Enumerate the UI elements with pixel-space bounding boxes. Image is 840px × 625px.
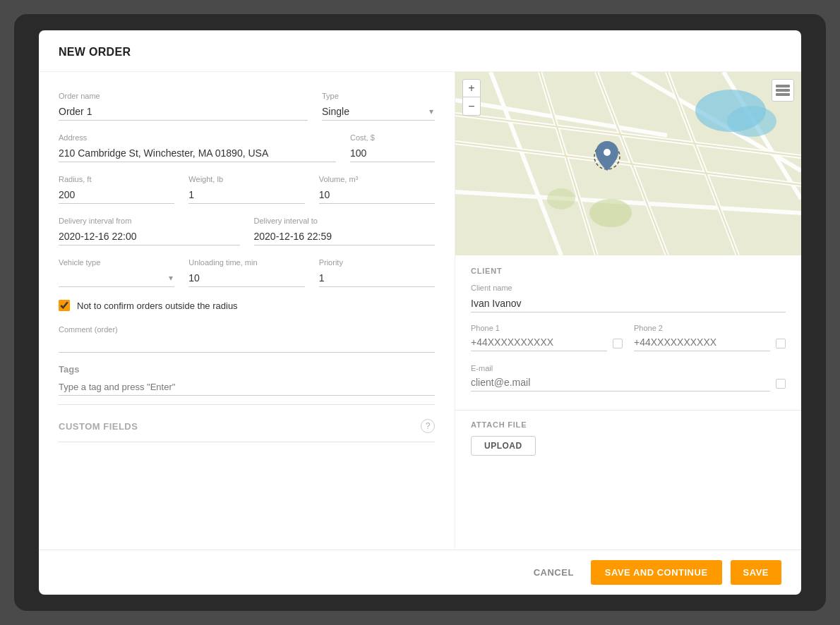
email-input[interactable] — [471, 374, 770, 392]
group-type: Type Single Multi ▾ — [322, 92, 435, 121]
map-layers-button[interactable] — [772, 79, 794, 102]
cost-input[interactable] — [350, 145, 435, 162]
unloading-label: Unloading time, min — [188, 258, 304, 267]
comment-label: Comment (order) — [59, 325, 118, 334]
group-comment: Comment (order) — [59, 322, 435, 353]
group-weight: Weight, lb — [188, 175, 304, 204]
save-continue-button[interactable]: SAVE AND CONTINUE — [591, 560, 722, 585]
svg-rect-23 — [776, 89, 790, 92]
custom-fields-title: CUSTOM FIELDS — [59, 421, 138, 432]
svg-rect-22 — [776, 85, 790, 87]
group-address: Address — [59, 133, 336, 162]
phone1-input[interactable] — [471, 334, 607, 351]
vehicle-select-wrap: ▾ — [59, 269, 174, 287]
group-order-name: Order name — [59, 92, 308, 121]
vehicle-type-label: Vehicle type — [59, 258, 174, 267]
radius-label: Radius, ft — [59, 175, 174, 183]
client-section: CLIENT Client name Phone 1 — [455, 255, 801, 403]
modal-title: NEW ORDER — [39, 30, 801, 72]
delivery-from-input[interactable] — [59, 228, 240, 245]
attach-title: ATTACH FILE — [471, 411, 786, 429]
phone-row: Phone 1 Phone 2 — [471, 321, 786, 351]
left-panel: Order name Type Single Multi ▾ — [39, 72, 455, 550]
delivery-to-label: Delivery interval to — [254, 217, 436, 225]
group-delivery-from: Delivery interval from — [59, 217, 240, 245]
priority-input[interactable] — [319, 269, 435, 287]
device-frame: NEW ORDER Order name Type Single — [14, 14, 826, 611]
comment-input[interactable] — [59, 335, 435, 353]
modal-footer: CANCEL SAVE AND CONTINUE SAVE — [39, 550, 801, 595]
group-cost: Cost, $ — [350, 133, 435, 162]
phone1-checkbox[interactable] — [613, 339, 623, 348]
cancel-button[interactable]: CANCEL — [525, 562, 582, 583]
weight-label: Weight, lb — [188, 175, 304, 183]
phone2-label: Phone 2 — [634, 324, 663, 332]
svg-point-18 — [589, 199, 632, 227]
delivery-to-input[interactable] — [254, 228, 436, 245]
phone2-checkbox[interactable] — [776, 339, 786, 348]
phone1-input-wrap: Phone 1 — [471, 321, 607, 351]
email-checkbox[interactable] — [776, 379, 786, 389]
zoom-out-button[interactable]: − — [462, 97, 481, 116]
svg-point-17 — [727, 106, 776, 137]
modal-body: Order name Type Single Multi ▾ — [39, 72, 801, 550]
modal: NEW ORDER Order name Type Single — [39, 30, 801, 595]
svg-point-19 — [547, 188, 575, 210]
unloading-input[interactable] — [188, 269, 304, 287]
svg-point-21 — [604, 149, 611, 156]
weight-input[interactable] — [188, 186, 304, 204]
row-radius-weight-volume: Radius, ft Weight, lb Volume, m³ — [59, 175, 435, 204]
row-order-type: Order name Type Single Multi ▾ — [59, 92, 435, 121]
group-client-name: Client name — [471, 284, 786, 312]
zoom-in-button[interactable]: + — [462, 79, 481, 97]
map-svg — [455, 72, 801, 255]
vehicle-type-select[interactable] — [59, 269, 174, 286]
client-name-input[interactable] — [471, 295, 786, 312]
volume-label: Volume, m³ — [319, 175, 435, 183]
custom-fields-section: CUSTOM FIELDS ? — [59, 419, 435, 442]
group-radius: Radius, ft — [59, 175, 174, 204]
confirm-checkbox[interactable] — [59, 300, 70, 311]
delivery-from-label: Delivery interval from — [59, 217, 240, 225]
order-name-label: Order name — [59, 92, 308, 100]
attach-section: ATTACH FILE UPLOAD — [455, 410, 801, 467]
group-volume: Volume, m³ — [319, 175, 435, 204]
priority-label: Priority — [319, 258, 435, 267]
layers-icon — [776, 85, 790, 96]
radius-input[interactable] — [59, 186, 174, 204]
phone2-input[interactable] — [634, 334, 770, 351]
row-delivery-interval: Delivery interval from Delivery interval… — [59, 217, 435, 245]
row-vehicle-unloading-priority: Vehicle type ▾ Unloading time, min — [59, 258, 435, 287]
group-phone1: Phone 1 — [471, 321, 623, 351]
row-address-cost: Address Cost, $ — [59, 133, 435, 162]
group-priority: Priority — [319, 258, 435, 287]
group-unloading: Unloading time, min — [188, 258, 304, 287]
cost-label: Cost, $ — [350, 133, 435, 142]
save-button[interactable]: SAVE — [731, 560, 781, 585]
group-tags: Tags — [59, 364, 435, 396]
type-select-wrap: Single Multi ▾ — [322, 103, 435, 121]
order-name-input[interactable] — [59, 103, 308, 121]
email-label: E-mail — [471, 364, 493, 372]
group-delivery-to: Delivery interval to — [254, 217, 436, 245]
right-panel: + − CLIENT Client name — [455, 72, 801, 550]
group-phone2: Phone 2 — [634, 321, 786, 351]
client-section-title: CLIENT — [471, 267, 786, 275]
phone1-label: Phone 1 — [471, 324, 500, 332]
group-email: E-mail — [471, 361, 770, 392]
divider — [59, 404, 435, 405]
tags-label: Tags — [59, 364, 435, 375]
tags-input[interactable] — [59, 379, 435, 396]
volume-input[interactable] — [319, 186, 435, 204]
map-container: + − — [455, 72, 801, 255]
type-select[interactable]: Single Multi — [322, 103, 435, 120]
address-input[interactable] — [59, 145, 336, 162]
map-controls: + − — [462, 79, 481, 116]
svg-rect-24 — [776, 93, 790, 96]
help-icon[interactable]: ? — [421, 419, 435, 433]
group-vehicle-type: Vehicle type ▾ — [59, 258, 174, 287]
phone2-input-wrap: Phone 2 — [634, 321, 770, 351]
checkbox-row-confirm: Not to confirm orders outside the radius — [59, 300, 435, 311]
confirm-checkbox-label: Not to confirm orders outside the radius — [77, 301, 238, 311]
upload-button[interactable]: UPLOAD — [471, 436, 536, 456]
